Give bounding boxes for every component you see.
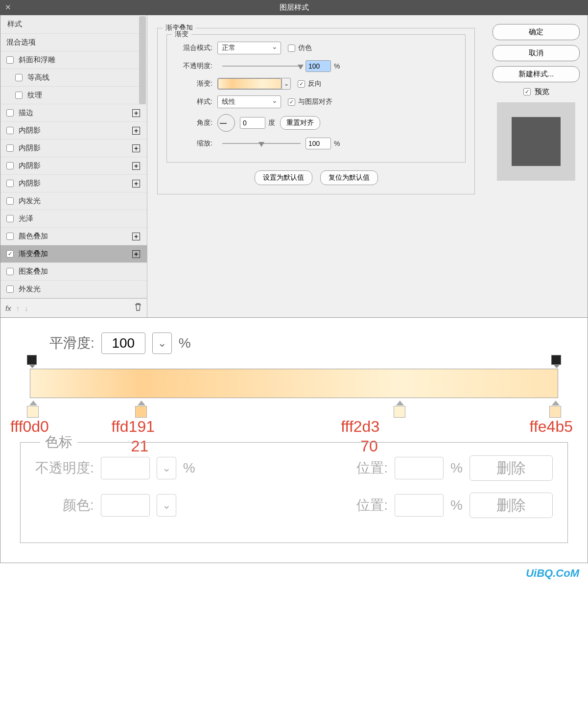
- opacity-slider[interactable]: [222, 66, 301, 67]
- style-item-label: 纹理: [27, 91, 42, 100]
- blend-mode-label: 混合模式:: [176, 44, 212, 52]
- blend-mode-select[interactable]: 正常: [217, 42, 281, 54]
- slider-thumb-icon[interactable]: [259, 142, 264, 147]
- cancel-button[interactable]: 取消: [493, 45, 580, 61]
- checkbox-icon[interactable]: [6, 180, 14, 187]
- style-item-label: 颜色叠加: [19, 232, 48, 241]
- stop-position-input[interactable]: [395, 494, 444, 517]
- checkbox-icon[interactable]: [6, 215, 14, 222]
- section-fieldset: 渐变叠加 渐变 混合模式: 正常 仿色 不透明度: %: [157, 28, 475, 194]
- reset-default-button[interactable]: 复位为默认值: [320, 170, 378, 185]
- checkbox-icon[interactable]: [6, 56, 14, 64]
- plus-icon[interactable]: +: [132, 109, 140, 117]
- color-stop[interactable]: [27, 406, 39, 418]
- dialog-titlebar: ✕ 图层样式: [0, 0, 588, 15]
- color-label: 颜色:: [63, 496, 94, 515]
- checkbox-icon[interactable]: [6, 162, 14, 169]
- reverse-checkbox[interactable]: [298, 80, 305, 88]
- style-item-blend-options[interactable]: 混合选项: [0, 34, 147, 51]
- checkbox-icon[interactable]: [6, 233, 14, 240]
- smoothness-input[interactable]: [101, 332, 145, 354]
- align-checkbox[interactable]: [288, 98, 295, 106]
- style-list: 样式 混合选项 斜面和浮雕 等高线 纹理 描边 +: [0, 15, 147, 298]
- reverse-label: 反向: [308, 79, 322, 88]
- position-label: 位置:: [356, 496, 388, 515]
- chevron-down-icon[interactable]: ⌄: [157, 494, 176, 517]
- checkbox-icon[interactable]: [6, 144, 14, 152]
- style-item-label: 等高线: [27, 73, 49, 82]
- gradient-row: 渐变: ⌄ 反向: [176, 78, 456, 90]
- style-item-outer-glow[interactable]: 外发光: [0, 281, 147, 298]
- color-stop[interactable]: [135, 406, 147, 418]
- chevron-down-icon[interactable]: ⌄: [157, 457, 176, 479]
- checkbox-icon[interactable]: ✓: [6, 250, 14, 258]
- delete-button[interactable]: 删除: [470, 455, 553, 481]
- plus-icon[interactable]: +: [132, 180, 140, 188]
- arrow-up-icon[interactable]: ↑: [16, 304, 20, 312]
- color-stop[interactable]: [549, 406, 561, 418]
- style-item-inner-glow[interactable]: 内发光: [0, 192, 147, 210]
- set-default-button[interactable]: 设置为默认值: [255, 170, 312, 185]
- chevron-down-icon[interactable]: ⌄: [152, 332, 172, 354]
- style-item-stroke[interactable]: 描边 +: [0, 104, 147, 122]
- styles-left-panel: 样式 混合选项 斜面和浮雕 等高线 纹理 描边 +: [0, 15, 147, 317]
- style-item-inner-shadow[interactable]: 内阴影 +: [0, 157, 147, 175]
- color-stop[interactable]: [394, 406, 405, 418]
- style-item-gradient-overlay[interactable]: ✓ 渐变叠加 +: [0, 245, 147, 263]
- gradient-bar[interactable]: [30, 369, 558, 398]
- checkbox-icon[interactable]: [6, 197, 14, 205]
- style-item-inner-shadow[interactable]: 内阴影 +: [0, 175, 147, 192]
- stop-opacity-input[interactable]: [101, 457, 150, 479]
- plus-icon[interactable]: +: [132, 162, 140, 170]
- slider-thumb-icon[interactable]: [298, 65, 304, 70]
- reset-align-button[interactable]: 重置对齐: [280, 116, 320, 130]
- style-item-inner-shadow[interactable]: 内阴影 +: [0, 122, 147, 140]
- fx-icon[interactable]: fx: [5, 304, 11, 312]
- plus-icon[interactable]: +: [132, 233, 140, 240]
- stop-controls: 色标 不透明度: ⌄ % 位置: % 删除 颜色: ⌄ 位置: % 删除: [20, 442, 568, 543]
- stop-color-swatch[interactable]: [101, 494, 150, 517]
- angle-input[interactable]: [240, 117, 265, 129]
- plus-icon[interactable]: +: [132, 250, 140, 258]
- new-style-button[interactable]: 新建样式...: [493, 66, 580, 82]
- smoothness-row: 平滑度: ⌄ %: [49, 332, 568, 354]
- plus-icon[interactable]: +: [132, 127, 140, 135]
- style-item-bevel[interactable]: 斜面和浮雕: [0, 51, 147, 69]
- gradient-label: 渐变:: [176, 79, 212, 88]
- stop-position-input[interactable]: [395, 457, 444, 479]
- gradient-swatch[interactable]: ⌄: [217, 78, 291, 90]
- checkbox-icon[interactable]: [6, 127, 14, 134]
- preview-checkbox[interactable]: [523, 88, 531, 95]
- opacity-stop[interactable]: [27, 355, 37, 365]
- pct-label: %: [183, 460, 195, 476]
- style-select[interactable]: 线性: [217, 95, 281, 108]
- scale-slider[interactable]: [222, 143, 301, 144]
- style-item-label: 内阴影: [19, 161, 41, 170]
- style-item-texture[interactable]: 纹理: [0, 87, 147, 104]
- checkbox-icon[interactable]: [15, 92, 23, 99]
- style-item-contour[interactable]: 等高线: [0, 69, 147, 87]
- arrow-down-icon[interactable]: ↓: [24, 304, 28, 312]
- style-item-color-overlay[interactable]: 颜色叠加 +: [0, 228, 147, 245]
- scale-input[interactable]: [306, 138, 331, 149]
- chevron-down-icon[interactable]: ⌄: [282, 78, 290, 89]
- gradient-fieldset: 渐变 混合模式: 正常 仿色 不透明度: % 渐变:: [166, 34, 466, 163]
- scrollbar-thumb[interactable]: [139, 16, 146, 104]
- dither-checkbox[interactable]: [288, 45, 295, 52]
- angle-dial[interactable]: [217, 114, 235, 132]
- plus-icon[interactable]: +: [132, 144, 140, 152]
- delete-button[interactable]: 删除: [470, 493, 553, 518]
- checkbox-icon[interactable]: [15, 74, 23, 81]
- checkbox-icon[interactable]: [6, 268, 14, 275]
- opacity-stop[interactable]: [551, 355, 561, 365]
- checkbox-icon[interactable]: [6, 109, 14, 117]
- opacity-input[interactable]: [306, 60, 331, 72]
- style-item-inner-shadow[interactable]: 内阴影 +: [0, 140, 147, 157]
- ok-button[interactable]: 确定: [493, 24, 580, 40]
- style-item-pattern-overlay[interactable]: 图案叠加: [0, 263, 147, 281]
- trash-icon[interactable]: [134, 303, 142, 313]
- opacity-stop-row: 不透明度: ⌄ % 位置: % 删除: [35, 455, 553, 481]
- close-icon[interactable]: ✕: [5, 3, 11, 12]
- checkbox-icon[interactable]: [6, 285, 14, 293]
- style-item-satin[interactable]: 光泽: [0, 210, 147, 228]
